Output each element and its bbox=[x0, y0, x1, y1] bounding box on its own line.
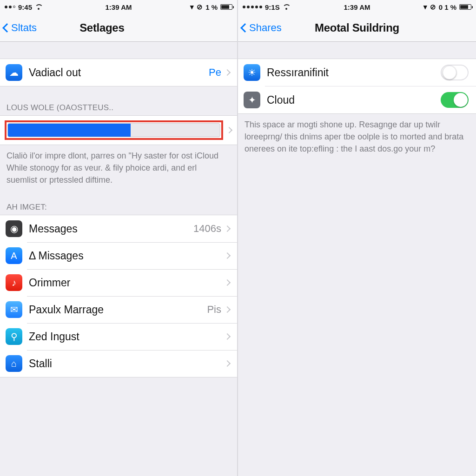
chevron-left-icon bbox=[240, 23, 250, 33]
content: ☁ Vadiacl out Pe LOUS WOLE (OAOSTTEUS.. bbox=[0, 42, 237, 476]
back-label: Sltats bbox=[11, 22, 37, 34]
mail-icon: ✉ bbox=[6, 301, 22, 318]
music-icon: ♪ bbox=[6, 274, 22, 291]
alarm-icon: ⊘ bbox=[430, 3, 436, 11]
app-row-missages[interactable]: A Δ Missages bbox=[0, 242, 237, 269]
chevron-right-icon bbox=[224, 279, 231, 286]
signal-dots-icon bbox=[243, 6, 262, 8]
chevron-right-icon bbox=[224, 69, 231, 76]
app-label: Stalli bbox=[29, 357, 225, 370]
status-time-left: 9:45 bbox=[18, 3, 32, 11]
chevron-left-icon bbox=[2, 23, 12, 33]
chevron-right-icon bbox=[224, 252, 231, 259]
storage-highlight-box bbox=[5, 120, 223, 140]
battery-icon bbox=[220, 4, 232, 10]
wifi-icon bbox=[35, 4, 42, 10]
app-label: Zed Ingust bbox=[29, 331, 225, 343]
storage-used-fill bbox=[8, 124, 131, 137]
battery-percent: 1 % bbox=[205, 3, 218, 11]
battery-percent: 0 1 % bbox=[439, 3, 456, 11]
right-footer: This space ar mogti shone up. Resagnge d… bbox=[238, 114, 476, 155]
app-row-zed[interactable]: ⚲ Zed Ingust bbox=[0, 323, 237, 350]
nav-bar: Shares Meotal Suildring bbox=[238, 14, 476, 42]
app-row-paxulx[interactable]: ✉ Paxulx Marrage Pis bbox=[0, 296, 237, 323]
chevron-right-icon bbox=[224, 225, 231, 232]
chevron-right-icon bbox=[226, 127, 232, 133]
content: ☀ Ressıranifinit ✦ Cloud This space ar m… bbox=[238, 42, 476, 476]
contacts-icon: ⚲ bbox=[6, 328, 22, 345]
status-time-left: 9:1S bbox=[265, 3, 280, 11]
ressiranifinit-toggle[interactable] bbox=[441, 65, 469, 80]
apps-header: AH IMGET: bbox=[0, 203, 237, 215]
app-row-orimmer[interactable]: ♪ Orimmer bbox=[0, 269, 237, 296]
app-label: Paxulx Marrage bbox=[29, 304, 207, 316]
row-label: Ressıranifinit bbox=[267, 66, 441, 79]
chevron-right-icon bbox=[224, 360, 231, 367]
battery-icon bbox=[459, 4, 471, 10]
storage-bar bbox=[7, 123, 220, 137]
camera-icon: ◉ bbox=[6, 220, 22, 237]
page-title: Meotal Suildring bbox=[315, 21, 399, 34]
cloud-icon: ☁ bbox=[6, 64, 22, 81]
back-button[interactable]: Shares bbox=[242, 22, 282, 34]
chevron-right-icon bbox=[224, 306, 231, 313]
page-title: Setlages bbox=[79, 21, 124, 34]
app-label: Δ Missages bbox=[29, 250, 225, 262]
app-detail: 1406s bbox=[193, 223, 221, 235]
cloud-toggle[interactable] bbox=[441, 92, 469, 108]
vadiacl-row[interactable]: ☁ Vadiacl out Pe bbox=[0, 59, 237, 86]
signal-dots-icon bbox=[5, 6, 15, 8]
apps-group: ◉ Messages 1406s A Δ Missages ♪ Orimmer … bbox=[0, 215, 237, 377]
storage-header: LOUS WOLE (OAOSTTEUS.. bbox=[0, 103, 237, 115]
wifi-icon bbox=[283, 4, 290, 10]
right-screen: 9:1S 1:39 AM ▾ ⊘ 0 1 % Shares Meotal Sui… bbox=[238, 0, 476, 476]
cloud-app-icon: ✦ bbox=[244, 92, 260, 108]
back-button[interactable]: Sltats bbox=[4, 22, 37, 34]
app-detail: Pis bbox=[207, 304, 221, 316]
chevron-right-icon bbox=[224, 333, 231, 340]
storage-group bbox=[0, 115, 237, 145]
left-screen: 9:45 1:39 AM ▾ ⊘ 1 % Sltats Setlages ☁ bbox=[0, 0, 238, 476]
vadiacl-detail: Pe bbox=[209, 66, 221, 79]
storage-footer: Claliò il'or impre dlont, parres on "Hy … bbox=[0, 145, 237, 186]
status-bar: 9:45 1:39 AM ▾ ⊘ 1 % bbox=[0, 0, 237, 14]
vadiacl-label: Vadiacl out bbox=[29, 66, 209, 79]
app-row-stalli[interactable]: ⌂ Stalli bbox=[0, 350, 237, 377]
status-time-center: 1:39 AM bbox=[106, 3, 132, 11]
vadiacl-group: ☁ Vadiacl out Pe bbox=[0, 59, 237, 86]
storage-row[interactable] bbox=[0, 116, 237, 145]
app-row-messages[interactable]: ◉ Messages 1406s bbox=[0, 215, 237, 242]
weather-icon: ☀ bbox=[244, 64, 260, 81]
appstore-icon: A bbox=[6, 247, 22, 264]
row-label: Cloud bbox=[267, 94, 441, 106]
alarm-icon: ⊘ bbox=[197, 3, 203, 11]
cloud-row[interactable]: ✦ Cloud bbox=[238, 86, 476, 113]
back-label: Shares bbox=[249, 22, 282, 34]
app-label: Messages bbox=[29, 223, 193, 235]
location-icon: ▾ bbox=[423, 3, 427, 11]
app-label: Orimmer bbox=[29, 277, 225, 289]
toggles-group: ☀ Ressıranifinit ✦ Cloud bbox=[238, 59, 476, 114]
home-icon: ⌂ bbox=[6, 355, 22, 372]
status-bar: 9:1S 1:39 AM ▾ ⊘ 0 1 % bbox=[238, 0, 476, 14]
ressiranifinit-row[interactable]: ☀ Ressıranifinit bbox=[238, 59, 476, 86]
status-time-center: 1:39 AM bbox=[344, 3, 370, 11]
nav-bar: Sltats Setlages bbox=[0, 14, 237, 42]
location-icon: ▾ bbox=[190, 3, 194, 11]
